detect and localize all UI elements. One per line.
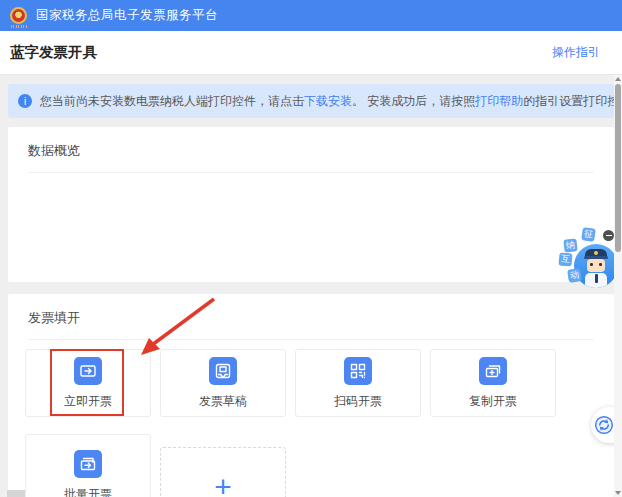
vertical-scrollbar[interactable]: [614, 75, 622, 497]
notice-text-before: 您当前尚未安装数电票纳税人端打印控件，请点击: [40, 94, 304, 108]
notice-text-after: 的指引设置打印控件，设置成功后方可打印发票。: [523, 94, 614, 108]
mascot-bubble: 动: [567, 268, 582, 283]
info-icon: i: [18, 94, 32, 108]
download-install-link[interactable]: 下载安装: [304, 94, 352, 108]
mascot-bubble: 纳: [563, 238, 577, 252]
data-overview-title: 数据概览: [8, 127, 614, 172]
mascot-face: [587, 259, 605, 272]
mascot-avatar: [574, 244, 618, 288]
invoice-draft-button[interactable]: 发票草稿: [160, 349, 286, 417]
batch-invoice-button[interactable]: 批量开票: [25, 434, 151, 497]
mascot-bubble: 征: [581, 227, 596, 242]
notice-text-middle: 。 安装成功后，请按照: [352, 94, 475, 108]
divider: [28, 172, 594, 173]
qr-scan-invoice-button[interactable]: 扫码开票: [295, 349, 421, 417]
action-label: 批量开票: [64, 486, 112, 497]
copy-invoice-icon: [479, 357, 507, 385]
plus-icon: +: [214, 472, 232, 497]
mascot-bubble: 互: [558, 252, 572, 266]
tax-emblem-logo: [10, 7, 27, 24]
action-label: 扫码开票: [334, 393, 382, 410]
invoice-fill-card: 发票填开 立即开票 发票草稿 扫码开票 复制开票 批量开票 +: [8, 294, 614, 497]
divider: [28, 339, 594, 340]
data-overview-card: 数据概览: [8, 127, 614, 282]
scrollbar-thumb[interactable]: [615, 84, 621, 252]
mascot-body: [585, 273, 607, 288]
invoice-fill-title: 发票填开: [8, 294, 614, 339]
page-title-bar: 蓝字发票开具 操作指引: [0, 31, 622, 75]
operation-guide-link[interactable]: 操作指引: [552, 44, 600, 61]
printer-control-notice-banner: i 您当前尚未安装数电票纳税人端打印控件，请点击下载安装。 安装成功后，请按照打…: [8, 84, 614, 118]
app-title: 国家税务总局电子发票服务平台: [36, 7, 218, 24]
action-label: 发票草稿: [199, 393, 247, 410]
scroll-down-arrow[interactable]: [615, 491, 621, 495]
copy-invoice-button[interactable]: 复制开票: [430, 349, 556, 417]
app-header: 国家税务总局电子发票服务平台: [0, 0, 622, 31]
issue-invoice-now-button[interactable]: 立即开票: [25, 349, 151, 417]
print-help-link[interactable]: 打印帮助: [475, 94, 523, 108]
scroll-up-arrow[interactable]: [615, 77, 621, 81]
mascot-hat: [585, 249, 607, 258]
qr-scan-icon: [344, 357, 372, 385]
page-title: 蓝字发票开具: [10, 43, 97, 62]
action-label: 立即开票: [64, 393, 112, 410]
feedback-icon: [594, 415, 614, 435]
mascot-minimize-button[interactable]: [603, 230, 614, 241]
notice-text: 您当前尚未安装数电票纳税人端打印控件，请点击下载安装。 安装成功后，请按照打印帮…: [40, 93, 614, 110]
batch-invoice-icon: [74, 450, 102, 478]
add-invoice-tile-button[interactable]: +: [160, 447, 286, 497]
browser-status-stub: [7, 490, 25, 497]
invoice-draft-icon: [209, 357, 237, 385]
tax-interaction-mascot-widget[interactable]: 征 纳 互 动: [558, 228, 620, 290]
action-label: 复制开票: [469, 393, 517, 410]
invoice-now-icon: [74, 357, 102, 385]
